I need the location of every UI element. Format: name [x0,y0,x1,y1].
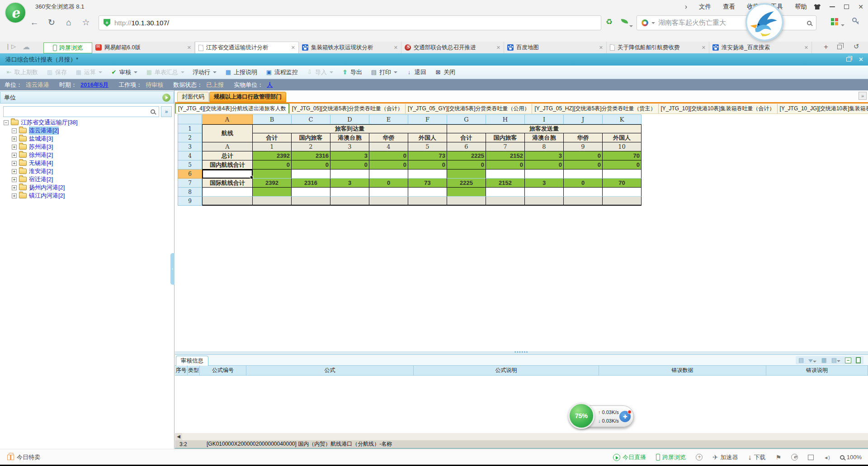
tree-item-label[interactable]: 淮安港[2] [29,167,53,175]
sub-header-cell[interactable]: 外国人 [603,133,642,142]
data-cell[interactable]: 70 [603,151,642,160]
code-cell[interactable]: 10 [603,142,642,151]
tree-item[interactable]: 镇江内河港[2] [0,192,172,200]
data-cell[interactable]: 0 [253,160,292,169]
reports-more-button[interactable] [859,92,867,100]
sidebar-more-button[interactable] [161,106,172,117]
code-cell[interactable]: 5 [408,142,447,151]
tab-title[interactable]: 百度地图 [516,44,596,52]
bottom-bar-item[interactable]: 100% [840,454,862,461]
tree-expander-icon[interactable] [12,193,17,198]
menu-view[interactable]: 查看 [723,3,735,11]
data-cell[interactable] [447,169,486,179]
data-cell[interactable]: 0 [486,160,525,169]
data-cell[interactable]: 3 [330,179,369,188]
tree-expander-icon[interactable] [4,120,9,125]
empty-label-cell[interactable] [202,197,253,206]
search-engine-icon[interactable] [642,19,648,26]
home-button[interactable]: ⌂ [62,16,75,29]
browser-tab[interactable]: 网易邮箱6.0版 [92,42,195,53]
tab-title[interactable]: 集装箱铁水联运现状分析 [311,44,391,52]
data-cell[interactable] [369,169,408,179]
data-cell[interactable] [253,188,292,197]
review-info-tab[interactable]: 审核信息 [176,356,208,366]
tab-close-icon[interactable] [394,45,398,51]
code-cell[interactable]: 8 [525,142,564,151]
report-item[interactable]: [Y_JTG_05_GY][交统港5表]分货类吞吐量（公用） [405,104,532,113]
review-column-header[interactable]: 公式编号 [200,366,246,376]
back-button[interactable]: ← [28,16,41,29]
tree-item-label[interactable]: 徐州港[2] [29,151,53,159]
toolbar-button[interactable]: 退回 [402,67,430,78]
sidebar-search-input[interactable] [3,106,159,117]
report-item[interactable]: [Y_JTG_05_HZ][交统港5表]分货类吞吐量（货主） [532,104,658,113]
minimize-button[interactable] [830,6,835,7]
data-cell[interactable] [564,169,603,179]
data-cell[interactable]: 0 [564,151,603,160]
refresh-all-icon[interactable]: ♻ [606,17,613,27]
excel-icon[interactable]: ▦ [821,357,826,364]
panel-splitter[interactable] [175,351,868,354]
data-cell[interactable] [603,188,642,197]
data-cell[interactable] [447,197,486,206]
restore-button[interactable] [844,5,849,9]
column-header[interactable]: G [447,114,486,124]
data-cell[interactable]: 0 [564,160,603,169]
cloud-sync-icon[interactable]: ☁ [23,42,30,51]
recent-tabs-icon[interactable] [837,45,842,49]
toolbar-button[interactable]: 取上期数 [2,67,42,78]
url-text[interactable]: http://10.1.30.107/ [114,19,169,27]
data-cell[interactable]: 2225 [447,151,486,160]
tab-title[interactable]: 江苏省交通运输统计分析 [206,44,288,52]
apps-caret-icon[interactable] [841,21,844,28]
review-column-header[interactable]: 公式 [246,366,414,376]
search-box[interactable]: 湖南客车起火伤亡重大 [637,15,816,30]
tree-item-label[interactable]: 无锡港[4] [29,159,53,167]
sidebar-search-icon[interactable] [151,109,155,114]
report-item[interactable]: [Y_JTG_10_JG][交统港10表]集装箱吞吐量 [777,104,868,113]
cell-hangxian[interactable]: 航线 [202,124,253,142]
sheet-tab-active[interactable]: 规模以上港口行政管理部门 [209,92,286,102]
column-header[interactable]: J [564,114,603,124]
tree-expander-icon[interactable] [12,169,17,174]
progress-percent-badge[interactable]: 75% [568,403,594,429]
data-cell[interactable]: 0 [525,160,564,169]
data-cell[interactable]: 70 [603,179,642,188]
data-cell[interactable]: 0 [603,160,642,169]
data-cell[interactable]: 0 [369,179,408,188]
data-cell[interactable] [330,197,369,206]
data-cell[interactable]: 0 [564,179,603,188]
data-cell[interactable]: 3 [330,151,369,160]
bottom-bar-item[interactable] [696,454,703,461]
scroll-left-arrow[interactable] [175,433,182,440]
toolbar-button[interactable]: 运算 [71,67,106,78]
tree-item[interactable]: 盐城港[3] [0,135,172,143]
tab-close-icon[interactable] [187,45,191,51]
tree-expander-icon[interactable] [12,161,17,166]
address-bar[interactable]: http://10.1.30.107/ [99,15,601,30]
cross-screen-browse-button[interactable]: 跨屏浏览 [43,42,92,53]
sub-header-cell[interactable]: 港澳台胞 [525,133,564,142]
tree-item-label[interactable]: 扬州内河港[2] [29,184,65,192]
code-cell[interactable]: 7 [486,142,525,151]
tab-title[interactable]: 交通部联合铁总召开推进 [414,44,494,52]
sidebar-collapse-handle[interactable] [170,253,175,285]
data-cell[interactable] [603,169,642,179]
new-tab-button[interactable]: + [824,42,828,52]
data-cell[interactable]: 0 [408,160,447,169]
browser-tab[interactable]: 集装箱铁水联运现状分析 [299,42,401,53]
row-header[interactable]: 2 [178,133,202,142]
tab-close-icon[interactable] [599,45,603,51]
column-header[interactable]: H [486,114,525,124]
app-close-icon[interactable]: ✕ [859,56,863,63]
site-shield-icon[interactable] [104,19,110,27]
tree-item[interactable]: 无锡港[4] [0,159,172,167]
tab-title[interactable]: 网易邮箱6.0版 [104,44,184,52]
group-departures[interactable]: 旅客发送量 [447,124,642,133]
data-cell[interactable] [486,188,525,197]
tree-item[interactable]: 江苏省交通运输厅[38] [0,118,172,127]
review-column-header[interactable]: 序号 [175,366,188,376]
toolbar-button[interactable]: 导出 [338,67,366,78]
selected-cell[interactable] [202,169,253,179]
sub-header-cell[interactable]: 国内旅客 [486,133,525,142]
